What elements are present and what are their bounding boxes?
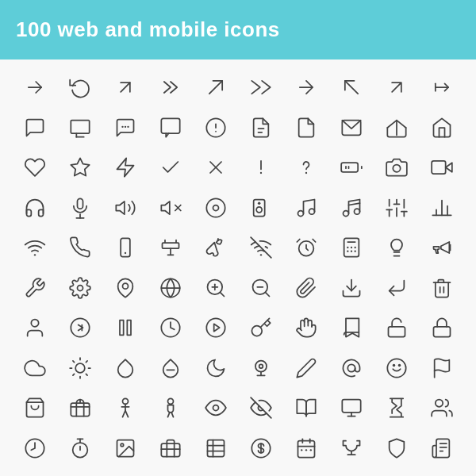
volume-up-icon[interactable] — [102, 188, 148, 228]
briefcase-icon[interactable] — [148, 428, 193, 469]
cloud-icon[interactable] — [12, 348, 57, 389]
phone-icon[interactable] — [57, 228, 102, 268]
arrow-up-right-icon[interactable] — [102, 67, 148, 108]
download-icon[interactable] — [328, 268, 374, 309]
dollar-circle-icon[interactable] — [238, 428, 283, 469]
drop-outline-icon[interactable] — [148, 348, 193, 389]
wrench-icon[interactable] — [12, 268, 57, 309]
document-blank-icon[interactable] — [283, 108, 328, 148]
trash-icon[interactable] — [419, 268, 464, 309]
no-signal-icon[interactable] — [238, 228, 283, 268]
comment-square-icon[interactable] — [148, 108, 193, 148]
eye-icon[interactable] — [193, 388, 238, 428]
plug-icon[interactable] — [148, 228, 193, 268]
alarm-icon[interactable] — [283, 228, 328, 268]
envelope-open-icon[interactable] — [374, 108, 419, 148]
table-icon[interactable] — [193, 428, 238, 469]
exclamation-icon[interactable] — [238, 148, 283, 188]
bookmark-icon[interactable] — [328, 308, 374, 348]
music-notes-icon[interactable] — [328, 188, 374, 228]
moon-icon[interactable] — [193, 348, 238, 389]
calendar-icon[interactable] — [283, 428, 328, 469]
pencil-icon[interactable] — [283, 348, 328, 389]
arrow-right-box-icon[interactable] — [374, 268, 419, 309]
music-note-icon[interactable] — [283, 188, 328, 228]
heart-icon[interactable] — [12, 148, 57, 188]
sun-icon[interactable] — [57, 348, 102, 389]
globe-icon[interactable] — [148, 268, 193, 309]
battery-icon[interactable] — [328, 148, 374, 188]
arrow-up-right-2-icon[interactable] — [193, 67, 238, 108]
play-circle-icon[interactable] — [193, 308, 238, 348]
user-icon[interactable] — [12, 308, 57, 348]
trophy-icon[interactable] — [328, 428, 374, 469]
calculator-icon[interactable] — [328, 228, 374, 268]
alert-circle-icon[interactable] — [193, 108, 238, 148]
home-icon[interactable] — [419, 108, 464, 148]
double-arrow-right-icon[interactable] — [148, 67, 193, 108]
envelope-closed-icon[interactable] — [328, 108, 374, 148]
book-icon[interactable] — [283, 388, 328, 428]
image-icon[interactable] — [102, 428, 148, 469]
shield-icon[interactable] — [374, 428, 419, 469]
person-female-icon[interactable] — [148, 388, 193, 428]
eye-off-icon[interactable] — [238, 388, 283, 428]
volume-mute-icon[interactable] — [148, 188, 193, 228]
equalizer-icon[interactable] — [374, 188, 419, 228]
pin-icon[interactable] — [102, 268, 148, 309]
question-icon[interactable] — [283, 148, 328, 188]
arrow-up-right-3-icon[interactable] — [283, 67, 328, 108]
water-drop-icon[interactable] — [102, 348, 148, 389]
gear-icon[interactable] — [57, 268, 102, 309]
paperclip-icon[interactable] — [283, 268, 328, 309]
arrow-lines-icon[interactable] — [419, 67, 464, 108]
microphone-icon[interactable] — [57, 188, 102, 228]
comment-oval-icon[interactable] — [12, 108, 57, 148]
video-camera-icon[interactable] — [419, 148, 464, 188]
refresh-icon[interactable] — [57, 67, 102, 108]
basket-icon[interactable] — [12, 388, 57, 428]
at-sign-icon[interactable] — [328, 348, 374, 389]
webcam-icon[interactable] — [238, 348, 283, 389]
arrow-right-icon[interactable] — [12, 67, 57, 108]
lightbulb-icon[interactable] — [374, 228, 419, 268]
lock-closed-icon[interactable] — [419, 308, 464, 348]
headphones-icon[interactable] — [12, 188, 57, 228]
key-icon[interactable] — [238, 308, 283, 348]
guitar-icon[interactable] — [193, 228, 238, 268]
arrow-up-right-4-icon[interactable] — [374, 67, 419, 108]
stopwatch-icon[interactable] — [57, 428, 102, 469]
hourglass-icon[interactable] — [374, 388, 419, 428]
lightning-icon[interactable] — [102, 148, 148, 188]
person-male-icon[interactable] — [102, 388, 148, 428]
comment-rect-icon[interactable] — [57, 108, 102, 148]
fast-forward-circle-icon[interactable] — [57, 308, 102, 348]
zoom-out-icon[interactable] — [238, 268, 283, 309]
smiley-icon[interactable] — [374, 348, 419, 389]
wifi-icon[interactable] — [12, 228, 57, 268]
camera-icon[interactable] — [374, 148, 419, 188]
bar-chart-icon[interactable] — [419, 188, 464, 228]
checkmark-icon[interactable] — [148, 148, 193, 188]
comment-dots-icon[interactable] — [102, 108, 148, 148]
people-icon[interactable] — [419, 388, 464, 428]
zoom-in-icon[interactable] — [193, 268, 238, 309]
clock-icon[interactable] — [148, 308, 193, 348]
lock-open-icon[interactable] — [374, 308, 419, 348]
speaker-icon[interactable] — [238, 188, 283, 228]
flag-icon[interactable] — [419, 348, 464, 389]
clock2-icon[interactable] — [12, 428, 57, 469]
megaphone-icon[interactable] — [419, 228, 464, 268]
pause-icon[interactable] — [102, 308, 148, 348]
close-x-icon[interactable] — [193, 148, 238, 188]
disc-icon[interactable] — [193, 188, 238, 228]
hand-icon[interactable] — [283, 308, 328, 348]
document-icon[interactable] — [238, 108, 283, 148]
newspaper-icon[interactable] — [419, 428, 464, 469]
gift-icon[interactable] — [57, 388, 102, 428]
star-icon[interactable] — [57, 148, 102, 188]
fast-forward-icon[interactable] — [238, 67, 283, 108]
monitor-icon[interactable] — [328, 388, 374, 428]
arrow-up-left-icon[interactable] — [328, 67, 374, 108]
mobile-icon[interactable] — [102, 228, 148, 268]
